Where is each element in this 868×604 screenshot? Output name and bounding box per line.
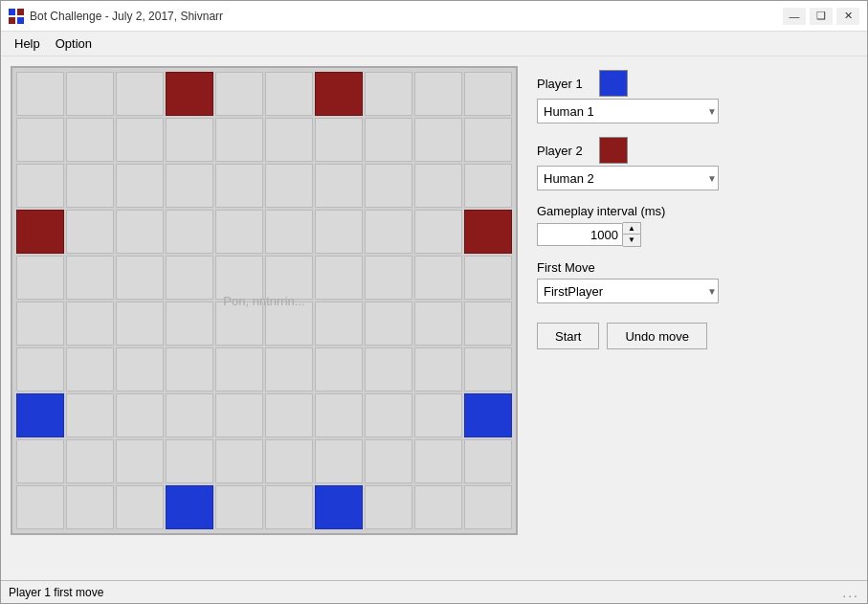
- grid-cell[interactable]: [16, 485, 64, 529]
- grid-cell[interactable]: [365, 118, 412, 162]
- grid-cell[interactable]: [265, 164, 313, 208]
- grid-cell[interactable]: [215, 72, 263, 116]
- grid-cell[interactable]: [265, 439, 313, 483]
- grid-cell[interactable]: [265, 72, 313, 116]
- menu-help[interactable]: Help: [7, 34, 48, 53]
- grid-cell[interactable]: [464, 393, 512, 437]
- grid-cell[interactable]: [215, 256, 263, 300]
- spin-down-button[interactable]: ▼: [623, 235, 640, 246]
- grid-cell[interactable]: [16, 210, 64, 254]
- grid-cell[interactable]: [464, 210, 512, 254]
- grid-cell[interactable]: [66, 118, 114, 162]
- grid-cell[interactable]: [116, 72, 164, 116]
- grid-cell[interactable]: [365, 72, 412, 116]
- grid-cell[interactable]: [116, 164, 164, 208]
- grid-cell[interactable]: [66, 256, 114, 300]
- grid-cell[interactable]: [16, 256, 64, 300]
- grid-cell[interactable]: [315, 256, 363, 300]
- grid-cell[interactable]: [414, 256, 462, 300]
- grid-cell[interactable]: [215, 210, 263, 254]
- start-button[interactable]: Start: [537, 323, 599, 349]
- grid-cell[interactable]: [166, 439, 213, 483]
- grid-cell[interactable]: [315, 347, 363, 391]
- player1-select[interactable]: Human 1 Human 2 Bot 1 Bot 2: [537, 99, 719, 123]
- maximize-button[interactable]: ❑: [810, 8, 833, 25]
- grid-cell[interactable]: [166, 347, 213, 391]
- grid-cell[interactable]: [265, 118, 313, 162]
- player2-color-box[interactable]: [599, 137, 628, 164]
- grid-cell[interactable]: [464, 439, 512, 483]
- grid-cell[interactable]: [365, 439, 412, 483]
- grid-cell[interactable]: [464, 72, 512, 116]
- grid-cell[interactable]: [215, 439, 263, 483]
- menu-option[interactable]: Option: [48, 34, 100, 53]
- grid-cell[interactable]: [166, 118, 213, 162]
- grid-cell[interactable]: [215, 118, 263, 162]
- grid-cell[interactable]: [66, 439, 114, 483]
- grid-cell[interactable]: [315, 393, 363, 437]
- grid-cell[interactable]: [414, 210, 462, 254]
- grid-cell[interactable]: [66, 347, 114, 391]
- grid-cell[interactable]: [116, 210, 164, 254]
- grid-cell[interactable]: [464, 485, 512, 529]
- player2-select[interactable]: Human 1 Human 2 Bot 1 Bot 2: [537, 166, 719, 190]
- grid-cell[interactable]: [414, 439, 462, 483]
- interval-input[interactable]: [537, 223, 623, 246]
- grid-cell[interactable]: [265, 302, 313, 346]
- grid-cell[interactable]: [16, 72, 64, 116]
- grid-cell[interactable]: [365, 302, 412, 346]
- grid-cell[interactable]: [166, 393, 213, 437]
- grid-cell[interactable]: [66, 210, 114, 254]
- grid-cell[interactable]: [315, 118, 363, 162]
- grid-cell[interactable]: [414, 118, 462, 162]
- grid-cell[interactable]: [166, 302, 213, 346]
- grid-cell[interactable]: [365, 347, 412, 391]
- grid-cell[interactable]: [66, 72, 114, 116]
- grid-cell[interactable]: [116, 439, 164, 483]
- grid-cell[interactable]: [16, 302, 64, 346]
- grid-cell[interactable]: [414, 72, 462, 116]
- grid-cell[interactable]: [66, 393, 114, 437]
- first-move-select[interactable]: FirstPlayer SecondPlayer Random: [537, 279, 719, 303]
- grid-cell[interactable]: [166, 256, 213, 300]
- grid-cell[interactable]: [464, 302, 512, 346]
- grid-cell[interactable]: [265, 210, 313, 254]
- grid-cell[interactable]: [315, 210, 363, 254]
- grid-cell[interactable]: [215, 485, 263, 529]
- grid-cell[interactable]: [464, 164, 512, 208]
- grid-cell[interactable]: [16, 439, 64, 483]
- grid-cell[interactable]: [265, 347, 313, 391]
- grid-cell[interactable]: [66, 164, 114, 208]
- grid-cell[interactable]: [16, 393, 64, 437]
- grid-cell[interactable]: [414, 347, 462, 391]
- grid-cell[interactable]: [365, 256, 412, 300]
- grid-cell[interactable]: [315, 439, 363, 483]
- grid-cell[interactable]: [414, 485, 462, 529]
- grid-cell[interactable]: [365, 210, 412, 254]
- grid-cell[interactable]: [215, 347, 263, 391]
- grid-cell[interactable]: [365, 485, 412, 529]
- grid-cell[interactable]: [414, 393, 462, 437]
- spin-up-button[interactable]: ▲: [623, 223, 640, 235]
- grid-cell[interactable]: [166, 485, 213, 529]
- grid-cell[interactable]: [265, 485, 313, 529]
- grid-cell[interactable]: [315, 72, 363, 116]
- grid-cell[interactable]: [315, 485, 363, 529]
- player1-color-box[interactable]: [599, 70, 628, 97]
- grid-cell[interactable]: [116, 347, 164, 391]
- grid-cell[interactable]: [365, 393, 412, 437]
- grid-cell[interactable]: [166, 210, 213, 254]
- grid-cell[interactable]: [66, 302, 114, 346]
- grid-cell[interactable]: [464, 256, 512, 300]
- grid-cell[interactable]: [265, 256, 313, 300]
- grid-cell[interactable]: [116, 485, 164, 529]
- grid-cell[interactable]: [215, 302, 263, 346]
- grid-cell[interactable]: [16, 347, 64, 391]
- grid-cell[interactable]: [116, 302, 164, 346]
- grid-cell[interactable]: [16, 118, 64, 162]
- grid-cell[interactable]: [315, 164, 363, 208]
- grid-cell[interactable]: [265, 393, 313, 437]
- grid-cell[interactable]: [365, 164, 412, 208]
- grid-cell[interactable]: [414, 302, 462, 346]
- grid-cell[interactable]: [315, 302, 363, 346]
